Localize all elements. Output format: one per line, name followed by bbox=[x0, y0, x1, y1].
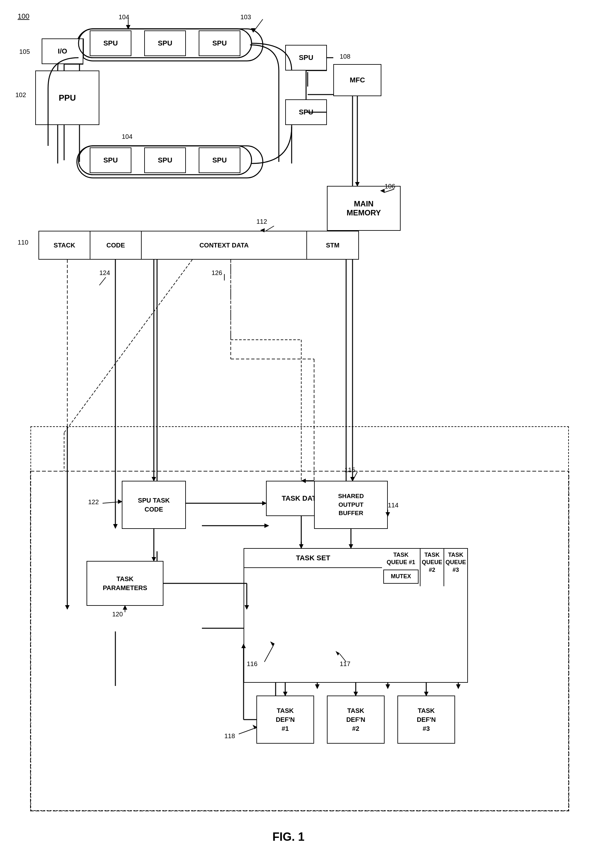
shared-output-buffer-box: SHAREDOUTPUTBUFFER bbox=[314, 481, 388, 529]
ref-115: 115 bbox=[345, 467, 355, 474]
code-box: CODE bbox=[90, 231, 142, 259]
tq1-label: TASK QUEUE #1 bbox=[383, 551, 418, 566]
svg-line-113 bbox=[99, 277, 106, 285]
ref-114: 114 bbox=[388, 502, 398, 509]
task-parameters-box: TASKPARAMETERS bbox=[87, 561, 163, 606]
fig-caption: FIG. 1 bbox=[240, 830, 336, 844]
spu-top-3: SPU bbox=[199, 31, 240, 56]
svg-marker-92 bbox=[126, 25, 130, 29]
svg-line-97 bbox=[266, 226, 274, 231]
spu-right-2: SPU bbox=[285, 99, 327, 125]
ref-124: 124 bbox=[99, 269, 110, 277]
ref-103: 103 bbox=[240, 14, 251, 21]
ref-104b: 104 bbox=[122, 133, 132, 140]
spu-top-2: SPU bbox=[144, 31, 186, 56]
task-queue-1: TASK QUEUE #1 MUTEX bbox=[382, 549, 420, 586]
ref-126: 126 bbox=[212, 269, 222, 277]
ref-120: 120 bbox=[112, 611, 123, 618]
spu-bottom-1: SPU bbox=[90, 147, 132, 173]
ppu-box: PPU bbox=[35, 71, 99, 125]
spu-bottom-2: SPU bbox=[144, 147, 186, 173]
spu-top-1: SPU bbox=[90, 31, 132, 56]
ref-118: 118 bbox=[225, 732, 235, 740]
spu-right-1: SPU bbox=[285, 45, 327, 71]
mfc-box: MFC bbox=[333, 64, 381, 96]
mutex-box: MUTEX bbox=[383, 570, 418, 584]
task-set-label: TASK SET bbox=[244, 549, 382, 568]
task-queue-3: TASK QUEUE #3 bbox=[444, 549, 467, 586]
ref-100: 100 bbox=[18, 12, 29, 20]
context-data-box: CONTEXT DATA bbox=[142, 231, 307, 259]
svg-line-93 bbox=[253, 19, 263, 32]
ref-108: 108 bbox=[340, 53, 350, 60]
diagram: 100 SPU SPU SPU 104 103 I/O 105 PPU 102 … bbox=[0, 0, 607, 868]
task-defn-1: TASKDEF'N#1 bbox=[256, 696, 314, 744]
task-defn-2: TASKDEF'N#2 bbox=[327, 696, 385, 744]
stm-box: STM bbox=[307, 231, 358, 259]
spu-bottom-3: SPU bbox=[199, 147, 240, 173]
svg-marker-94 bbox=[251, 28, 255, 33]
ref-104a: 104 bbox=[119, 14, 129, 21]
ref-122: 122 bbox=[88, 498, 99, 506]
spu-task-code-box: SPU TASKCODE bbox=[122, 481, 186, 529]
ref-105: 105 bbox=[19, 48, 30, 56]
task-queue-2: TASK QUEUE #2 bbox=[420, 549, 444, 586]
ref-102: 102 bbox=[15, 91, 26, 99]
ref-112: 112 bbox=[256, 218, 267, 225]
ref-110: 110 bbox=[18, 239, 28, 246]
ref-106: 106 bbox=[385, 183, 395, 190]
stack-box: STACK bbox=[39, 231, 90, 259]
main-memory-box: MAINMEMORY bbox=[327, 186, 401, 231]
tq2-label: TASK QUEUE #2 bbox=[422, 551, 442, 574]
ref-117: 117 bbox=[340, 660, 350, 668]
tq3-label: TASK QUEUE #3 bbox=[446, 551, 466, 574]
svg-line-11 bbox=[64, 260, 192, 433]
memory-bar: STACK CODE CONTEXT DATA STM bbox=[39, 231, 359, 260]
task-defn-3: TASKDEF'N#3 bbox=[397, 696, 455, 744]
ref-116: 116 bbox=[247, 660, 257, 668]
io-box: I/O bbox=[42, 39, 83, 64]
task-set-outer: TASK SET TASK QUEUE #1 MUTEX TASK QUEUE … bbox=[243, 548, 468, 683]
